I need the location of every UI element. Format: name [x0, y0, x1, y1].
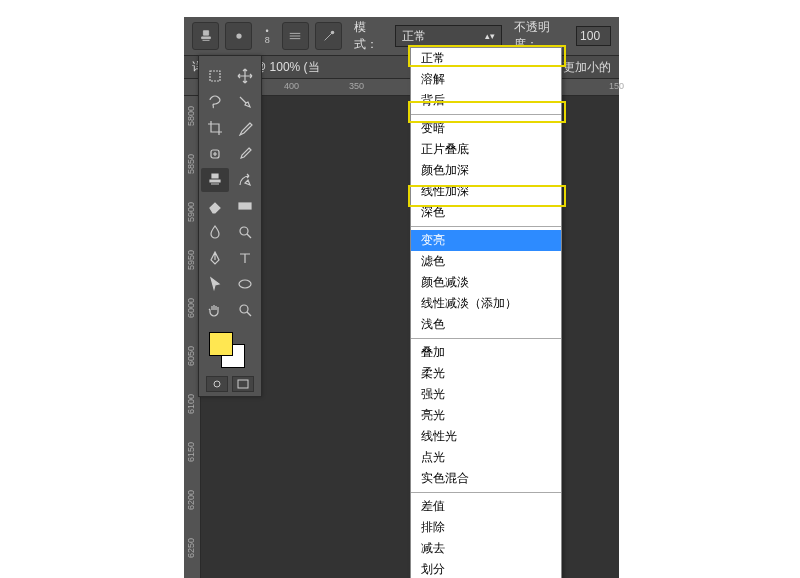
ruler-mark: 5850	[186, 154, 196, 174]
crop-tool-icon[interactable]	[201, 116, 229, 140]
blend-mode-option[interactable]: 正常	[411, 48, 561, 69]
gradient-tool-icon[interactable]	[231, 194, 259, 218]
hand-tool-icon[interactable]	[201, 298, 229, 322]
brush-panel-icon[interactable]	[282, 22, 309, 50]
tab-hint: 更加小的	[563, 59, 611, 76]
blend-mode-option[interactable]: 亮光	[411, 405, 561, 426]
blend-mode-option[interactable]: 正片叠底	[411, 139, 561, 160]
brush-tool-icon[interactable]	[231, 142, 259, 166]
marquee-tool-icon[interactable]	[201, 64, 229, 88]
opacity-value[interactable]: 100	[576, 26, 611, 46]
shape-tool-icon[interactable]	[231, 272, 259, 296]
blend-mode-option[interactable]: 排除	[411, 517, 561, 538]
path-select-tool-icon[interactable]	[201, 272, 229, 296]
svg-rect-2	[210, 71, 220, 81]
mode-label: 模式：	[354, 19, 389, 53]
move-tool-icon[interactable]	[231, 64, 259, 88]
blend-mode-option[interactable]: 变亮	[411, 230, 561, 251]
dropdown-separator	[411, 338, 561, 339]
brush-preview-icon[interactable]	[225, 22, 252, 50]
eyedropper-tool-icon[interactable]	[231, 116, 259, 140]
ruler-mark: 5800	[186, 106, 196, 126]
blend-mode-option[interactable]: 线性加深	[411, 181, 561, 202]
brush-size[interactable]: •8	[258, 23, 275, 49]
svg-point-6	[239, 280, 251, 288]
lasso-tool-icon[interactable]	[201, 90, 229, 114]
fg-color-swatch[interactable]	[209, 332, 233, 356]
stamp-tool-icon[interactable]	[192, 22, 219, 50]
blend-mode-option[interactable]: 实色混合	[411, 468, 561, 489]
pressure-opacity-icon[interactable]	[315, 22, 342, 50]
clone-stamp-tool-icon[interactable]	[201, 168, 229, 192]
color-swatches[interactable]	[201, 330, 259, 370]
blend-mode-option[interactable]: 变暗	[411, 118, 561, 139]
ruler-mark: 5900	[186, 202, 196, 222]
dodge-tool-icon[interactable]	[231, 220, 259, 244]
blend-mode-option[interactable]: 点光	[411, 447, 561, 468]
blend-mode-option[interactable]: 线性减淡（添加）	[411, 293, 561, 314]
blend-mode-option[interactable]: 颜色减淡	[411, 272, 561, 293]
blend-mode-option[interactable]: 差值	[411, 496, 561, 517]
dropdown-separator	[411, 114, 561, 115]
svg-point-1	[330, 31, 334, 35]
ruler-mark: 150	[609, 81, 624, 91]
eraser-tool-icon[interactable]	[201, 194, 229, 218]
svg-rect-4	[239, 203, 251, 209]
ruler-mark: 6050	[186, 346, 196, 366]
blend-mode-option[interactable]: 滤色	[411, 251, 561, 272]
ruler-mark: 350	[349, 81, 364, 91]
svg-point-5	[240, 227, 248, 235]
svg-point-8	[214, 381, 220, 387]
blend-mode-option[interactable]: 溶解	[411, 69, 561, 90]
pen-tool-icon[interactable]	[201, 246, 229, 270]
blend-mode-option[interactable]: 线性光	[411, 426, 561, 447]
blend-mode-option[interactable]: 减去	[411, 538, 561, 559]
svg-rect-9	[238, 380, 248, 388]
ruler-mark: 5950	[186, 250, 196, 270]
ruler-mark: 6150	[186, 442, 196, 462]
ruler-mark: 6100	[186, 394, 196, 414]
dropdown-separator	[411, 226, 561, 227]
ruler-mark: 400	[284, 81, 299, 91]
blend-mode-option[interactable]: 深色	[411, 202, 561, 223]
mode-select[interactable]: 正常▴▾	[395, 25, 502, 47]
blend-mode-option[interactable]: 叠加	[411, 342, 561, 363]
ruler-mark: 6000	[186, 298, 196, 318]
ruler-mark: 6200	[186, 490, 196, 510]
blend-mode-option[interactable]: 划分	[411, 559, 561, 578]
quick-select-tool-icon[interactable]	[231, 90, 259, 114]
screenmode-icon[interactable]	[232, 376, 254, 392]
healing-brush-tool-icon[interactable]	[201, 142, 229, 166]
blend-mode-dropdown[interactable]: 正常溶解背后变暗正片叠底颜色加深线性加深深色变亮滤色颜色减淡线性减淡（添加）浅色…	[410, 47, 562, 578]
quickmask-icon[interactable]	[206, 376, 228, 392]
blend-mode-option[interactable]: 浅色	[411, 314, 561, 335]
blend-mode-option[interactable]: 颜色加深	[411, 160, 561, 181]
blur-tool-icon[interactable]	[201, 220, 229, 244]
blend-mode-option[interactable]: 强光	[411, 384, 561, 405]
svg-point-7	[240, 305, 248, 313]
ruler-mark: 6250	[186, 538, 196, 558]
history-brush-tool-icon[interactable]	[231, 168, 259, 192]
blend-mode-option[interactable]: 背后	[411, 90, 561, 111]
zoom-tool-icon[interactable]	[231, 298, 259, 322]
tools-panel	[198, 55, 262, 397]
blend-mode-option[interactable]: 柔光	[411, 363, 561, 384]
dropdown-separator	[411, 492, 561, 493]
type-tool-icon[interactable]	[231, 246, 259, 270]
svg-point-0	[236, 33, 241, 38]
